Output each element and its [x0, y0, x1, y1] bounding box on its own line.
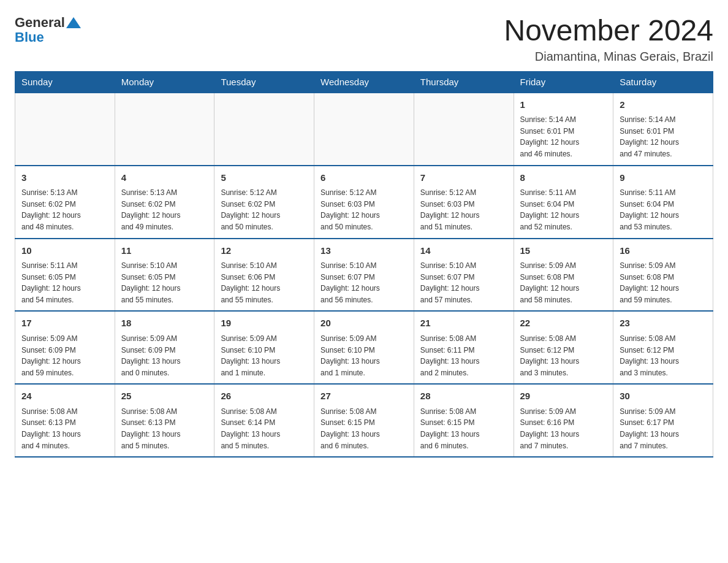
calendar-cell: [314, 93, 414, 166]
day-number: 4: [121, 171, 208, 185]
calendar-cell: 8Sunrise: 5:11 AM Sunset: 6:04 PM Daylig…: [514, 166, 613, 239]
calendar-cell: 20Sunrise: 5:09 AM Sunset: 6:10 PM Dayli…: [314, 311, 414, 384]
day-info: Sunrise: 5:14 AM Sunset: 6:01 PM Dayligh…: [520, 114, 607, 159]
calendar-week-row: 10Sunrise: 5:11 AM Sunset: 6:05 PM Dayli…: [15, 239, 713, 312]
day-number: 11: [121, 244, 208, 258]
calendar-cell: [15, 93, 115, 166]
day-info: Sunrise: 5:14 AM Sunset: 6:01 PM Dayligh…: [620, 114, 707, 159]
calendar-cell: 3Sunrise: 5:13 AM Sunset: 6:02 PM Daylig…: [15, 166, 115, 239]
calendar-cell: 23Sunrise: 5:08 AM Sunset: 6:12 PM Dayli…: [613, 311, 713, 384]
day-number: 28: [420, 389, 507, 404]
calendar-cell: 28Sunrise: 5:08 AM Sunset: 6:15 PM Dayli…: [414, 384, 514, 457]
day-info: Sunrise: 5:08 AM Sunset: 6:11 PM Dayligh…: [420, 333, 507, 378]
calendar-cell: 21Sunrise: 5:08 AM Sunset: 6:11 PM Dayli…: [414, 311, 514, 384]
location-subtitle: Diamantina, Minas Gerais, Brazil: [504, 50, 713, 64]
calendar-cell: 26Sunrise: 5:08 AM Sunset: 6:14 PM Dayli…: [214, 384, 314, 457]
calendar-cell: 7Sunrise: 5:12 AM Sunset: 6:03 PM Daylig…: [414, 166, 514, 239]
calendar-cell: 11Sunrise: 5:10 AM Sunset: 6:05 PM Dayli…: [115, 239, 214, 312]
day-info: Sunrise: 5:11 AM Sunset: 6:04 PM Dayligh…: [520, 187, 607, 232]
day-number: 24: [21, 389, 108, 404]
calendar-cell: 19Sunrise: 5:09 AM Sunset: 6:10 PM Dayli…: [214, 311, 314, 384]
weekday-header-monday: Monday: [115, 71, 214, 93]
day-number: 15: [520, 244, 607, 258]
calendar-cell: [214, 93, 314, 166]
day-info: Sunrise: 5:08 AM Sunset: 6:14 PM Dayligh…: [221, 406, 308, 451]
day-number: 25: [121, 389, 208, 404]
day-info: Sunrise: 5:10 AM Sunset: 6:07 PM Dayligh…: [420, 260, 507, 305]
day-number: 5: [221, 171, 308, 185]
day-info: Sunrise: 5:11 AM Sunset: 6:05 PM Dayligh…: [21, 260, 108, 305]
day-number: 3: [21, 171, 108, 185]
calendar-cell: 24Sunrise: 5:08 AM Sunset: 6:13 PM Dayli…: [15, 384, 115, 457]
day-number: 10: [21, 244, 108, 258]
title-block: November 2024 Diamantina, Minas Gerais, …: [504, 15, 713, 64]
day-info: Sunrise: 5:09 AM Sunset: 6:17 PM Dayligh…: [620, 406, 707, 451]
calendar-cell: [115, 93, 214, 166]
day-info: Sunrise: 5:08 AM Sunset: 6:12 PM Dayligh…: [520, 333, 607, 378]
day-number: 6: [320, 171, 408, 185]
day-number: 13: [320, 244, 408, 258]
weekday-header-friday: Friday: [514, 71, 613, 93]
page-header: General Blue November 2024 Diamantina, M…: [15, 15, 713, 64]
day-number: 12: [221, 244, 308, 258]
calendar-week-row: 3Sunrise: 5:13 AM Sunset: 6:02 PM Daylig…: [15, 166, 713, 239]
day-info: Sunrise: 5:09 AM Sunset: 6:09 PM Dayligh…: [21, 333, 108, 378]
calendar-cell: 16Sunrise: 5:09 AM Sunset: 6:08 PM Dayli…: [613, 239, 713, 312]
day-info: Sunrise: 5:13 AM Sunset: 6:02 PM Dayligh…: [21, 187, 108, 232]
logo-blue-text: Blue: [15, 29, 81, 45]
weekday-header-wednesday: Wednesday: [314, 71, 414, 93]
day-number: 14: [420, 244, 507, 258]
day-number: 26: [221, 389, 308, 404]
day-info: Sunrise: 5:09 AM Sunset: 6:08 PM Dayligh…: [520, 260, 607, 305]
day-number: 7: [420, 171, 507, 185]
weekday-header-saturday: Saturday: [613, 71, 713, 93]
calendar-cell: 5Sunrise: 5:12 AM Sunset: 6:02 PM Daylig…: [214, 166, 314, 239]
calendar-cell: 14Sunrise: 5:10 AM Sunset: 6:07 PM Dayli…: [414, 239, 514, 312]
day-number: 18: [121, 316, 208, 331]
day-info: Sunrise: 5:08 AM Sunset: 6:13 PM Dayligh…: [121, 406, 208, 451]
calendar-table: SundayMondayTuesdayWednesdayThursdayFrid…: [15, 71, 713, 458]
day-number: 30: [620, 389, 707, 404]
day-number: 20: [320, 316, 408, 331]
calendar-cell: [414, 93, 514, 166]
day-info: Sunrise: 5:09 AM Sunset: 6:10 PM Dayligh…: [320, 333, 408, 378]
day-number: 27: [320, 389, 408, 404]
day-number: 16: [620, 244, 707, 258]
calendar-cell: 6Sunrise: 5:12 AM Sunset: 6:03 PM Daylig…: [314, 166, 414, 239]
day-number: 22: [520, 316, 607, 331]
day-number: 19: [221, 316, 308, 331]
calendar-week-row: 24Sunrise: 5:08 AM Sunset: 6:13 PM Dayli…: [15, 384, 713, 457]
weekday-header-tuesday: Tuesday: [214, 71, 314, 93]
weekday-header-sunday: Sunday: [15, 71, 115, 93]
day-number: 2: [620, 98, 707, 112]
day-number: 17: [21, 316, 108, 331]
day-info: Sunrise: 5:13 AM Sunset: 6:02 PM Dayligh…: [121, 187, 208, 232]
calendar-cell: 18Sunrise: 5:09 AM Sunset: 6:09 PM Dayli…: [115, 311, 214, 384]
day-info: Sunrise: 5:08 AM Sunset: 6:13 PM Dayligh…: [21, 406, 108, 451]
calendar-week-row: 17Sunrise: 5:09 AM Sunset: 6:09 PM Dayli…: [15, 311, 713, 384]
logo-general-text: General: [15, 15, 65, 31]
day-number: 9: [620, 171, 707, 185]
day-info: Sunrise: 5:09 AM Sunset: 6:09 PM Dayligh…: [121, 333, 208, 378]
day-info: Sunrise: 5:08 AM Sunset: 6:15 PM Dayligh…: [320, 406, 408, 451]
day-info: Sunrise: 5:08 AM Sunset: 6:12 PM Dayligh…: [620, 333, 707, 378]
calendar-cell: 12Sunrise: 5:10 AM Sunset: 6:06 PM Dayli…: [214, 239, 314, 312]
weekday-header-thursday: Thursday: [414, 71, 514, 93]
calendar-cell: 9Sunrise: 5:11 AM Sunset: 6:04 PM Daylig…: [613, 166, 713, 239]
day-number: 21: [420, 316, 507, 331]
month-title: November 2024: [504, 15, 713, 47]
calendar-cell: 10Sunrise: 5:11 AM Sunset: 6:05 PM Dayli…: [15, 239, 115, 312]
calendar-cell: 22Sunrise: 5:08 AM Sunset: 6:12 PM Dayli…: [514, 311, 613, 384]
logo-triangle-icon: [66, 17, 81, 28]
day-info: Sunrise: 5:12 AM Sunset: 6:03 PM Dayligh…: [420, 187, 507, 232]
day-info: Sunrise: 5:10 AM Sunset: 6:06 PM Dayligh…: [221, 260, 308, 305]
day-info: Sunrise: 5:12 AM Sunset: 6:02 PM Dayligh…: [221, 187, 308, 232]
calendar-cell: 30Sunrise: 5:09 AM Sunset: 6:17 PM Dayli…: [613, 384, 713, 457]
calendar-week-row: 1Sunrise: 5:14 AM Sunset: 6:01 PM Daylig…: [15, 93, 713, 166]
day-info: Sunrise: 5:08 AM Sunset: 6:15 PM Dayligh…: [420, 406, 507, 451]
calendar-cell: 2Sunrise: 5:14 AM Sunset: 6:01 PM Daylig…: [613, 93, 713, 166]
day-info: Sunrise: 5:09 AM Sunset: 6:08 PM Dayligh…: [620, 260, 707, 305]
day-info: Sunrise: 5:10 AM Sunset: 6:05 PM Dayligh…: [121, 260, 208, 305]
day-info: Sunrise: 5:10 AM Sunset: 6:07 PM Dayligh…: [320, 260, 408, 305]
day-info: Sunrise: 5:12 AM Sunset: 6:03 PM Dayligh…: [320, 187, 408, 232]
